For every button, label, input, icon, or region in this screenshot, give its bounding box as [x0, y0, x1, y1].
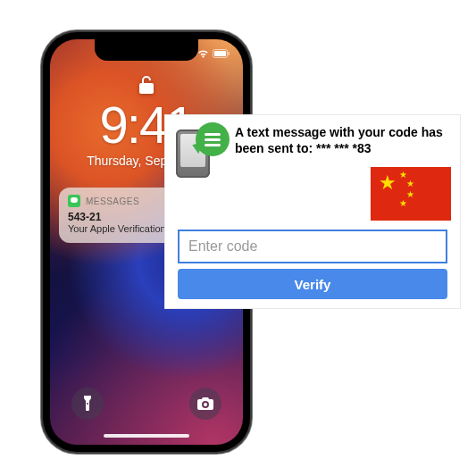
unlock-icon — [138, 75, 154, 95]
svg-rect-1 — [214, 51, 226, 56]
chat-bubble-icon — [196, 122, 230, 156]
messages-app-icon — [68, 195, 80, 207]
china-flag-icon: ★ ★★★★ — [371, 167, 451, 221]
battery-icon — [213, 49, 230, 58]
code-input[interactable] — [178, 230, 447, 263]
wifi-icon — [197, 49, 209, 58]
notification-app-label: MESSAGES — [86, 196, 139, 206]
home-indicator[interactable] — [104, 434, 189, 438]
sms-phone-icon — [172, 124, 228, 180]
phone-notch — [95, 39, 198, 61]
verify-button[interactable]: Verify — [178, 269, 447, 299]
verification-card: A text message with your code has been s… — [164, 114, 461, 309]
svg-rect-2 — [229, 52, 230, 55]
flashlight-button[interactable] — [71, 388, 104, 420]
flashlight-icon — [81, 396, 94, 412]
camera-button[interactable] — [189, 388, 221, 420]
camera-icon — [197, 397, 213, 410]
